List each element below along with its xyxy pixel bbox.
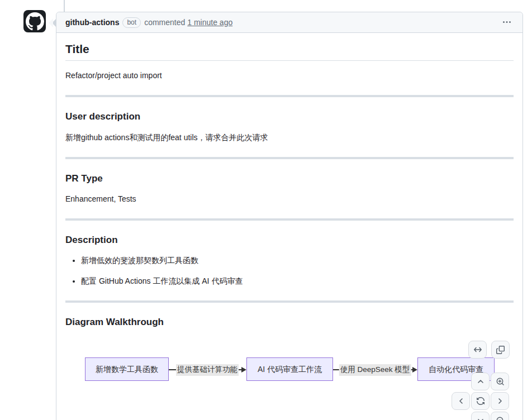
- flowchart-edge-label: 提供基础计算功能: [176, 364, 239, 375]
- section-divider: [65, 218, 514, 221]
- section-heading-user-description: User description: [65, 111, 514, 122]
- chevron-right-icon: [496, 397, 505, 405]
- copy-icon: [496, 346, 505, 354]
- list-item: 配置 GitHub Actions 工作流以集成 AI 代码审查: [81, 275, 514, 287]
- pan-up-button[interactable]: [471, 373, 490, 390]
- timeline-connector: [64, 0, 65, 12]
- section-heading-diagram-walkthrough: Diagram Walkthrough: [65, 316, 514, 328]
- section-divider: [65, 95, 514, 97]
- comment-header: github-actions bot commented 1 minute ag…: [56, 12, 522, 33]
- kebab-horizontal-icon: [502, 18, 511, 27]
- zoom-out-button[interactable]: [491, 412, 509, 420]
- comment-card: github-actions bot commented 1 minute ag…: [56, 12, 523, 420]
- github-logo-icon: [26, 12, 44, 31]
- arrow-both-icon: [473, 345, 482, 354]
- speech-caret: [52, 18, 56, 27]
- section-heading-description: Description: [65, 234, 514, 246]
- comment-options-button[interactable]: [500, 16, 514, 29]
- expand-width-button[interactable]: [468, 341, 487, 359]
- comment-action-text: commented: [144, 18, 185, 27]
- zoom-in-button[interactable]: [491, 373, 509, 390]
- chevron-left-icon: [457, 397, 466, 405]
- user-description-text: 新增github actions和测试用的feat utils，请求合并此次请求: [65, 132, 514, 144]
- pan-right-button[interactable]: [491, 392, 509, 410]
- comment-author-link[interactable]: github-actions: [65, 18, 119, 27]
- flowchart-node: AI 代码审查工作流: [246, 357, 333, 381]
- zoom-out-icon: [496, 416, 505, 420]
- pan-down-button[interactable]: [471, 412, 490, 420]
- pr-type-text: Enhancement, Tests: [65, 193, 514, 205]
- list-item: 新增低效的斐波那契数列工具函数: [81, 255, 514, 266]
- pr-timeline-page: github-actions bot commented 1 minute ag…: [0, 0, 532, 420]
- bot-badge: bot: [122, 17, 141, 28]
- section-heading-pr-type: PR Type: [65, 173, 514, 184]
- zoom-in-icon: [496, 377, 505, 386]
- section-divider: [65, 300, 514, 303]
- comment-body: Title Refactor/project auto import User …: [56, 33, 522, 420]
- bot-avatar[interactable]: [23, 10, 46, 32]
- section-heading-title: Title: [65, 42, 514, 61]
- chevron-up-icon: [476, 377, 485, 386]
- pr-title-text: Refactor/project auto import: [65, 70, 514, 82]
- description-list: 新增低效的斐波那契数列工具函数 配置 GitHub Actions 工作流以集成…: [65, 255, 514, 287]
- flowchart-node: 新增数学工具函数: [85, 357, 169, 381]
- pan-left-button[interactable]: [452, 392, 470, 410]
- comment-timestamp-link[interactable]: 1 minute ago: [187, 18, 232, 27]
- flowchart-edge-label: 使用 DeepSeek 模型: [339, 364, 411, 375]
- mermaid-diagram: 新增数学工具函数 提供基础计算功能 AI 代码审查工作流 使用 DeepSeek…: [65, 337, 514, 420]
- sync-icon: [476, 397, 485, 405]
- chevron-down-icon: [476, 416, 485, 420]
- section-divider: [65, 157, 514, 159]
- copy-source-button[interactable]: [491, 341, 510, 359]
- reset-view-button[interactable]: [471, 392, 490, 410]
